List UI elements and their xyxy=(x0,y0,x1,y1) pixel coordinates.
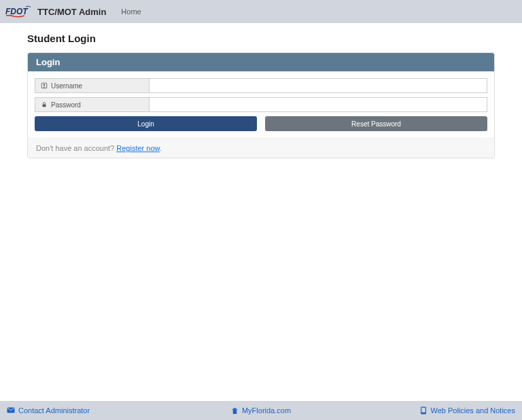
footer-policies-text: Web Policies and Notices xyxy=(430,406,515,415)
brand-logo[interactable]: FDOT xyxy=(5,5,33,18)
page-title: Student Login xyxy=(27,33,495,44)
footer-myflorida-link[interactable]: MyFlorida.com xyxy=(231,406,291,415)
username-input[interactable] xyxy=(149,78,487,93)
svg-rect-5 xyxy=(233,409,237,413)
username-row: Username xyxy=(35,78,487,93)
brand-title[interactable]: TTC/MOT Admin xyxy=(37,7,106,17)
footer-myflorida-text: MyFlorida.com xyxy=(242,406,291,415)
footer: Contact Administrator MyFlorida.com Web … xyxy=(0,401,522,420)
password-row: Password xyxy=(35,97,487,112)
password-label: Password xyxy=(35,97,149,112)
lock-icon xyxy=(41,101,48,108)
login-panel: Login Username xyxy=(27,52,495,158)
fdot-logo-icon: FDOT xyxy=(5,5,31,18)
password-input[interactable] xyxy=(149,97,487,112)
nav-home-link[interactable]: Home xyxy=(117,5,145,18)
password-label-text: Password xyxy=(51,101,81,109)
panel-footer: Don't have an account? Register now. xyxy=(28,138,494,158)
register-period: . xyxy=(160,144,162,152)
username-label: Username xyxy=(35,78,149,93)
svg-rect-7 xyxy=(422,408,426,413)
mail-icon xyxy=(7,407,15,414)
footer-contact-text: Contact Administrator xyxy=(18,406,90,415)
button-row: Login Reset Password xyxy=(35,116,487,131)
register-prompt: Don't have an account? xyxy=(36,144,116,152)
page-content: Student Login Login Username xyxy=(0,23,522,168)
svg-rect-3 xyxy=(43,104,46,107)
device-icon xyxy=(420,406,427,415)
username-label-text: Username xyxy=(51,82,82,90)
panel-body: Username Password Login Reset Password xyxy=(28,71,494,138)
building-icon xyxy=(231,407,239,415)
reset-password-button[interactable]: Reset Password xyxy=(265,116,487,131)
panel-heading: Login xyxy=(28,53,494,71)
login-button[interactable]: Login xyxy=(35,116,257,131)
footer-policies-link[interactable]: Web Policies and Notices xyxy=(420,406,515,415)
user-icon xyxy=(41,82,48,89)
navbar: FDOT TTC/MOT Admin Home xyxy=(0,0,522,23)
register-link[interactable]: Register now xyxy=(116,144,160,152)
svg-point-2 xyxy=(44,84,46,86)
footer-contact-link[interactable]: Contact Administrator xyxy=(7,406,90,415)
